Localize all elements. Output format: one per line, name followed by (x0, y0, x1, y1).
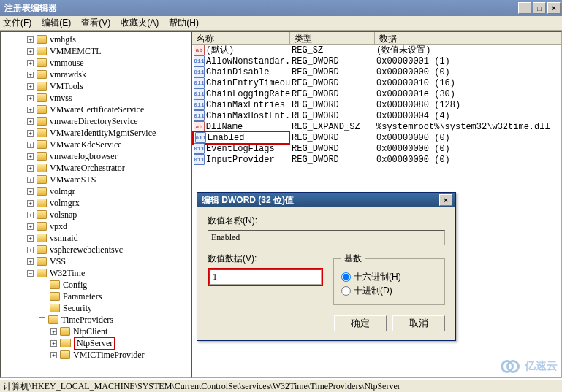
value-data: 0x00000010 (16) (375, 78, 561, 88)
tree-item[interactable]: +vmwareDirectoryService (1, 115, 191, 127)
expand-icon[interactable]: + (50, 352, 57, 358)
expand-icon[interactable]: + (27, 153, 34, 160)
expand-icon[interactable]: + (27, 36, 34, 43)
menu-file[interactable]: 文件(F) (3, 17, 31, 29)
folder-icon (37, 245, 47, 254)
expand-icon[interactable]: + (27, 130, 34, 137)
expand-icon[interactable]: + (27, 165, 34, 172)
list-row[interactable]: 011InputProviderREG_DWORD0x00000000 (0) (192, 154, 561, 165)
expand-icon[interactable]: + (50, 340, 57, 347)
expand-icon[interactable]: + (27, 223, 34, 230)
expand-icon[interactable]: + (27, 142, 34, 148)
expand-icon[interactable]: + (27, 60, 34, 66)
list-row[interactable]: 011EnabledREG_DWORD0x00000000 (0) (192, 132, 561, 143)
tree-item[interactable]: Parameters (1, 291, 191, 302)
tree-label: VMwareKdcService (50, 139, 122, 150)
column-type[interactable]: 类型 (290, 32, 375, 45)
expand-icon[interactable]: + (27, 83, 34, 90)
tree-item[interactable]: +vmwarelogbrowser (1, 150, 191, 162)
expand-icon[interactable]: − (39, 317, 45, 323)
menu-edit[interactable]: 编辑(E) (42, 17, 71, 29)
value-data: 0x00000000 (0) (375, 67, 561, 77)
tree-item[interactable]: +vmmouse (1, 57, 191, 69)
tree-item[interactable]: +VMwareKdcService (1, 139, 191, 150)
column-data[interactable]: 数据 (375, 32, 561, 45)
tree-item[interactable]: Security (1, 302, 191, 314)
list-row[interactable]: 011ChainMaxHostEnt...REG_DWORD0x00000004… (192, 110, 561, 121)
tree-item[interactable]: +VMICTimeProvider (1, 349, 191, 361)
folder-icon (37, 210, 47, 219)
list-row[interactable]: ab(默认)REG_SZ(数值未设置) (192, 45, 561, 55)
tree-item[interactable]: +volmgr (1, 185, 191, 197)
expand-icon[interactable]: + (27, 200, 34, 207)
tree-label: vmwareDirectoryService (50, 116, 138, 127)
tree-pane[interactable]: +vmhgfs+VMMEMCTL+vmmouse+vmrawdsk+VMTool… (0, 31, 191, 378)
list-row[interactable]: 011ChainMaxEntriesREG_DWORD0x00000080 (1… (192, 99, 561, 110)
list-row[interactable]: 011EventLogFlagsREG_DWORD0x00000000 (0) (192, 143, 561, 154)
value-type: REG_DWORD (290, 155, 375, 165)
minimize-button[interactable]: _ (518, 2, 531, 14)
tree-label: volmgrx (50, 198, 80, 209)
tree-item[interactable]: +VMMEMCTL (1, 45, 191, 57)
expand-icon[interactable]: − (27, 270, 34, 277)
tree-label: vspherewebclientsvc (50, 245, 123, 255)
tree-item[interactable]: +vspherewebclientsvc (1, 244, 191, 255)
menu-bar: 文件(F) 编辑(E) 查看(V) 收藏夹(A) 帮助(H) (0, 16, 562, 31)
radix-dec-radio[interactable] (341, 286, 351, 296)
radix-hex-label: 十六进制(H) (354, 271, 401, 283)
tree-item[interactable]: +vmrawdsk (1, 69, 191, 80)
list-row[interactable]: 011ChainDisableREG_DWORD0x00000000 (0) (192, 66, 561, 77)
value-name: ChainEntryTimeout (206, 78, 290, 88)
tree-item[interactable]: +volsnap (1, 209, 191, 220)
list-row[interactable]: 011AllowNonstandar...REG_DWORD0x00000001… (192, 55, 561, 66)
expand-icon[interactable]: + (27, 258, 34, 265)
binary-value-icon: 011 (194, 88, 205, 99)
expand-icon[interactable]: + (27, 177, 34, 183)
menu-help[interactable]: 帮助(H) (169, 17, 199, 29)
tree-item[interactable]: +vmvss (1, 92, 191, 104)
expand-icon[interactable]: + (27, 235, 34, 242)
tree-item[interactable]: +VMwareOrchestrator (1, 162, 191, 174)
list-row[interactable]: 011ChainLoggingRateREG_DWORD0x0000001e (… (192, 88, 561, 99)
expand-icon[interactable]: + (27, 72, 34, 78)
expand-icon[interactable]: + (27, 188, 34, 195)
tree-item[interactable]: +VMwareCertificateService (1, 104, 191, 115)
tree-item[interactable]: +vmhgfs (1, 34, 191, 45)
folder-icon (37, 164, 47, 172)
value-data-input[interactable] (209, 269, 322, 285)
cancel-button[interactable]: 取消 (392, 315, 445, 331)
expand-icon[interactable]: + (27, 95, 34, 101)
tree-label: vmvss (50, 93, 72, 104)
list-row[interactable]: 011ChainEntryTimeoutREG_DWORD0x00000010 … (192, 77, 561, 88)
value-name: ChainMaxEntries (206, 100, 290, 110)
dialog-close-button[interactable]: × (439, 194, 452, 206)
expand-icon[interactable]: + (50, 328, 57, 335)
tree-item[interactable]: +VMwareIdentityMgmtService (1, 127, 191, 139)
expand-icon[interactable]: + (27, 107, 34, 113)
ok-button[interactable]: 确定 (334, 315, 387, 331)
tree-item[interactable]: +VSS (1, 255, 191, 267)
folder-icon (37, 257, 47, 266)
column-name[interactable]: 名称 (192, 32, 290, 45)
menu-favorites[interactable]: 收藏夹(A) (121, 17, 159, 29)
tree-item[interactable]: +volmgrx (1, 197, 191, 209)
expand-icon[interactable]: + (27, 212, 34, 218)
expand-icon[interactable]: + (27, 118, 34, 125)
expand-icon[interactable]: + (27, 247, 34, 253)
tree-item[interactable]: −TimeProviders (1, 314, 191, 326)
value-type: REG_DWORD (290, 89, 375, 99)
maximize-button[interactable]: □ (533, 2, 546, 14)
tree-item[interactable]: −W32Time (1, 267, 191, 279)
tree-item[interactable]: Config (1, 279, 191, 291)
tree-item[interactable]: +VMTools (1, 80, 191, 92)
tree-label: VMwareCertificateService (50, 104, 144, 115)
menu-view[interactable]: 查看(V) (81, 17, 110, 29)
radix-dec-label: 十进制(D) (354, 285, 392, 297)
tree-item[interactable]: +NtpServer (1, 337, 191, 349)
tree-item[interactable]: +vpxd (1, 220, 191, 232)
expand-icon[interactable]: + (27, 48, 34, 55)
close-button[interactable]: × (547, 2, 561, 14)
tree-item[interactable]: +vsmraid (1, 232, 191, 244)
radix-hex-radio[interactable] (341, 272, 351, 282)
tree-item[interactable]: +VMwareSTS (1, 174, 191, 185)
